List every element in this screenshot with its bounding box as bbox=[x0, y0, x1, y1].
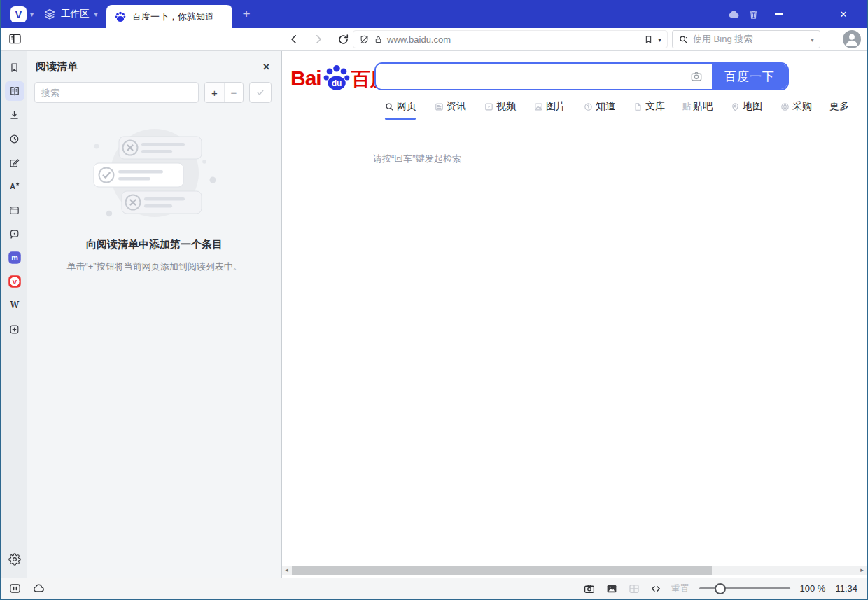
baidu-search-box: 百度一下 bbox=[374, 62, 789, 90]
rail-sessions[interactable] bbox=[5, 224, 24, 244]
baidu-tab-more[interactable]: 更多 bbox=[830, 100, 849, 120]
reading-list-search-input[interactable] bbox=[34, 82, 199, 103]
bookmark-dropdown-caret-icon[interactable]: ▾ bbox=[658, 36, 662, 43]
panel-rail: A m V W bbox=[1, 51, 27, 578]
empty-list-illustration bbox=[88, 125, 221, 220]
zoom-level: 100 % bbox=[800, 583, 826, 594]
question-icon bbox=[583, 102, 594, 112]
horizontal-scrollbar[interactable]: ◂ ▸ bbox=[282, 566, 867, 575]
svg-text:du: du bbox=[331, 78, 342, 88]
bookmark-flag-icon[interactable] bbox=[643, 34, 654, 45]
address-toolbar: www.baidu.com ▾ 使用 Bing 搜索 ▾ bbox=[1, 28, 867, 51]
back-button[interactable] bbox=[286, 31, 302, 48]
panel-title: 阅读清单 bbox=[36, 60, 78, 74]
page-actions-icon[interactable] bbox=[650, 583, 662, 594]
camera-search-icon[interactable] bbox=[681, 64, 712, 89]
workspace-caret-icon: ▾ bbox=[94, 11, 98, 18]
baidu-tab-images[interactable]: 图片 bbox=[533, 100, 566, 120]
browser-window: V ▾ 工作区 ▾ 百度一下，你就知道 + bbox=[0, 0, 868, 600]
panel-close-icon[interactable]: ✕ bbox=[262, 62, 270, 72]
scrollbar-thumb[interactable] bbox=[292, 566, 712, 575]
rail-add-webpanel[interactable] bbox=[5, 319, 24, 339]
lock-icon[interactable] bbox=[374, 35, 383, 44]
baidu-tab-news[interactable]: 资讯 bbox=[434, 100, 466, 120]
add-remove-group: + − bbox=[204, 82, 244, 103]
rail-mastodon-webpanel[interactable]: m bbox=[5, 248, 24, 267]
document-icon bbox=[633, 102, 643, 112]
rail-downloads[interactable] bbox=[5, 105, 24, 125]
svg-text:W: W bbox=[10, 300, 19, 310]
reload-button[interactable] bbox=[335, 31, 351, 48]
scrollbar-track[interactable] bbox=[291, 566, 858, 575]
url-field[interactable]: www.baidu.com ▾ bbox=[353, 30, 668, 48]
baidu-nav: 网页 资讯 视频 图片 bbox=[384, 100, 849, 120]
settings-gear-icon[interactable] bbox=[5, 550, 24, 569]
svg-text:m: m bbox=[11, 253, 18, 262]
news-icon bbox=[434, 102, 444, 112]
vivaldi-menu-caret-icon[interactable]: ▾ bbox=[30, 11, 34, 18]
mark-read-button[interactable] bbox=[249, 82, 272, 103]
zoom-slider[interactable] bbox=[699, 583, 790, 594]
tab-baidu[interactable]: 百度一下，你就知道 bbox=[106, 5, 232, 28]
page-images-toggle-icon[interactable] bbox=[606, 582, 618, 595]
empty-list-heading: 向阅读清单中添加第一个条目 bbox=[86, 238, 223, 251]
zoom-reset-button[interactable]: 重置 bbox=[671, 582, 690, 595]
url-text[interactable]: www.baidu.com bbox=[387, 34, 639, 45]
baidu-tab-wenku[interactable]: 文库 bbox=[633, 100, 665, 120]
baidu-tab-maps[interactable]: 地图 bbox=[730, 100, 762, 120]
baidu-logo-bai: Bai bbox=[290, 68, 321, 89]
workspace-layers-icon bbox=[43, 8, 56, 20]
statusbar-panel-toggle-icon[interactable] bbox=[8, 582, 22, 595]
store-icon bbox=[780, 102, 790, 112]
trash-icon[interactable] bbox=[743, 8, 763, 20]
baidu-search-button[interactable]: 百度一下 bbox=[712, 64, 788, 89]
remove-page-button[interactable]: − bbox=[224, 83, 243, 102]
rail-history[interactable] bbox=[5, 129, 24, 148]
baidu-tab-caigou[interactable]: 采购 bbox=[780, 100, 812, 120]
close-button[interactable]: ✕ bbox=[827, 0, 860, 28]
sync-cloud-icon[interactable] bbox=[724, 8, 743, 21]
search-engine-field[interactable]: 使用 Bing 搜索 ▾ bbox=[672, 30, 820, 48]
zoom-slider-handle[interactable] bbox=[715, 583, 726, 594]
vivaldi-menu-button[interactable]: V bbox=[10, 6, 27, 22]
statusbar-sync-cloud-icon[interactable] bbox=[32, 582, 46, 595]
rail-bookmarks[interactable] bbox=[5, 57, 24, 77]
forward-button[interactable] bbox=[310, 31, 327, 48]
search-hint-text: 请按“回车”键发起检索 bbox=[373, 153, 461, 165]
rail-window-panel[interactable] bbox=[5, 200, 24, 220]
panel-toggle-icon[interactable] bbox=[8, 32, 22, 46]
baidu-tab-zhidao[interactable]: 知道 bbox=[583, 100, 615, 120]
search-engine-icon[interactable] bbox=[678, 34, 689, 45]
search-dropdown-caret-icon[interactable]: ▾ bbox=[811, 36, 814, 43]
rail-notes[interactable] bbox=[5, 153, 24, 172]
rail-wikipedia-webpanel[interactable]: W bbox=[5, 295, 24, 315]
clock: 11:34 bbox=[835, 583, 858, 594]
titlebar: V ▾ 工作区 ▾ 百度一下，你就知道 + bbox=[1, 0, 867, 28]
workspace-label: 工作区 bbox=[61, 8, 90, 20]
profile-avatar[interactable] bbox=[843, 30, 861, 48]
empty-list-description: 单击“+”按钮将当前网页添加到阅读列表中。 bbox=[52, 260, 255, 273]
add-page-button[interactable]: + bbox=[205, 83, 224, 102]
tieba-icon: 贴 bbox=[682, 101, 691, 113]
search-placeholder[interactable]: 使用 Bing 搜索 bbox=[693, 33, 806, 46]
video-icon bbox=[484, 102, 494, 112]
baidu-tab-video[interactable]: 视频 bbox=[484, 100, 516, 120]
capture-page-icon[interactable] bbox=[583, 582, 596, 595]
web-content: Bai du 百度 百度一下 bbox=[282, 51, 867, 578]
minimize-button[interactable] bbox=[763, 0, 795, 28]
maximize-button[interactable] bbox=[795, 0, 827, 28]
statusbar: 重置 100 % 11:34 bbox=[1, 578, 867, 599]
tiling-toggle-icon[interactable] bbox=[628, 582, 640, 595]
zoom-slider-track[interactable] bbox=[699, 587, 790, 589]
new-tab-button[interactable]: + bbox=[238, 6, 255, 22]
shield-blocked-icon[interactable] bbox=[359, 34, 370, 45]
scroll-right-arrow[interactable]: ▸ bbox=[858, 566, 867, 575]
scroll-left-arrow[interactable]: ◂ bbox=[282, 566, 291, 575]
workspace-switcher[interactable]: 工作区 ▾ bbox=[43, 6, 98, 22]
baidu-tab-tieba[interactable]: 贴 贴吧 bbox=[682, 100, 713, 120]
baidu-search-input[interactable] bbox=[376, 64, 681, 89]
baidu-tab-webpages[interactable]: 网页 bbox=[384, 100, 416, 120]
rail-vivaldi-webpanel[interactable]: V bbox=[5, 272, 24, 291]
rail-translate[interactable]: A bbox=[5, 176, 24, 196]
rail-reading-list[interactable] bbox=[5, 81, 24, 101]
